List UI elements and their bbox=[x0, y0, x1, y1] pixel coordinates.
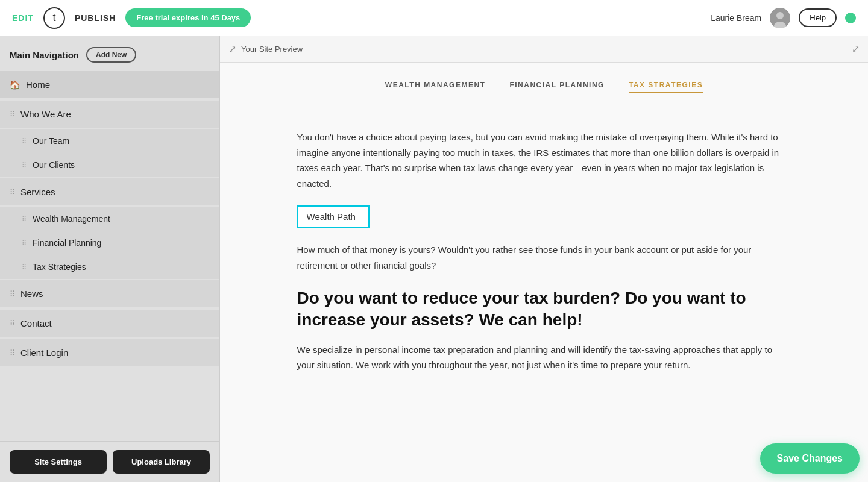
sidebar-item-financial-planning-label: Financial Planning bbox=[33, 238, 101, 248]
top-bar-left: EDIT t PUBLISH Free trial expires in 45 … bbox=[12, 7, 251, 29]
notification-dot bbox=[845, 13, 856, 23]
sidebar-footer: Site Settings Uploads Library bbox=[0, 441, 219, 482]
site-nav-item-financial[interactable]: FINANCIAL PLANNING bbox=[509, 81, 604, 93]
preview-bar: ⤢ Your Site Preview ⤢ bbox=[220, 36, 868, 63]
site-nav: WEALTH MANAGEMENT FINANCIAL PLANNING TAX… bbox=[256, 81, 832, 111]
sidebar-title: Main Navigation bbox=[10, 50, 79, 60]
preview-label: Your Site Preview bbox=[241, 45, 303, 54]
drag-icon: ⠿ bbox=[10, 110, 14, 119]
sidebar-item-tax-strategies[interactable]: ⠿ Tax Strategies bbox=[0, 255, 219, 279]
content-paragraph-3: We specialize in personal income tax pre… bbox=[297, 342, 791, 373]
sidebar-item-who-we-are-label: Who We Are bbox=[20, 109, 71, 119]
sidebar-item-our-clients[interactable]: ⠿ Our Clients bbox=[0, 153, 219, 177]
sidebar-item-home[interactable]: 🏠 Home bbox=[0, 71, 219, 98]
top-bar: EDIT t PUBLISH Free trial expires in 45 … bbox=[0, 0, 868, 36]
publish-label[interactable]: PUBLISH bbox=[75, 13, 116, 23]
preview-area: ⤢ Your Site Preview ⤢ WEALTH MANAGEMENT … bbox=[220, 36, 868, 482]
sidebar-header: Main Navigation Add New bbox=[0, 36, 219, 70]
content-heading: Do you want to reduce your tax burden? D… bbox=[297, 287, 791, 331]
svg-point-1 bbox=[776, 12, 784, 19]
sidebar: Main Navigation Add New 🏠 Home ⠿ Who We … bbox=[0, 36, 220, 482]
sidebar-item-services-label: Services bbox=[20, 187, 55, 197]
sidebar-item-client-login-label: Client Login bbox=[20, 348, 68, 358]
drag-icon: ⠿ bbox=[22, 263, 27, 271]
sidebar-item-services[interactable]: ⠿ Services bbox=[0, 178, 219, 205]
sidebar-item-our-clients-label: Our Clients bbox=[33, 160, 75, 170]
sidebar-item-news-label: News bbox=[20, 289, 43, 299]
sidebar-item-wealth-management-label: Wealth Management bbox=[33, 214, 110, 224]
sidebar-item-wealth-management[interactable]: ⠿ Wealth Management bbox=[0, 207, 219, 231]
preview-arrows-icon: ⤢ bbox=[228, 43, 236, 55]
site-nav-item-wealth[interactable]: WEALTH MANAGEMENT bbox=[385, 81, 486, 93]
sidebar-item-our-team[interactable]: ⠿ Our Team bbox=[0, 129, 219, 153]
drag-icon: ⠿ bbox=[22, 137, 27, 145]
sidebar-item-contact[interactable]: ⠿ Contact bbox=[0, 310, 219, 337]
drag-icon: ⠿ bbox=[22, 215, 27, 223]
inline-edit-box[interactable]: Wealth Path bbox=[297, 205, 370, 228]
content-body: You don't have a choice about paying tax… bbox=[297, 130, 791, 373]
sidebar-item-home-label: Home bbox=[26, 80, 50, 90]
drag-icon: ⠿ bbox=[22, 239, 27, 247]
add-new-button[interactable]: Add New bbox=[86, 47, 136, 63]
drag-icon: ⠿ bbox=[10, 349, 14, 357]
sidebar-item-news[interactable]: ⠿ News bbox=[0, 280, 219, 307]
sidebar-item-contact-label: Contact bbox=[20, 318, 52, 328]
home-icon: 🏠 bbox=[10, 80, 20, 90]
uploads-library-button[interactable]: Uploads Library bbox=[113, 450, 210, 474]
sidebar-item-our-team-label: Our Team bbox=[33, 136, 69, 146]
site-settings-button[interactable]: Site Settings bbox=[10, 450, 107, 474]
drag-icon: ⠿ bbox=[10, 290, 14, 298]
drag-icon: ⠿ bbox=[22, 161, 27, 169]
user-name: Laurie Bream bbox=[711, 13, 761, 23]
sidebar-item-who-we-are[interactable]: ⠿ Who We Are bbox=[0, 101, 219, 128]
content-paragraph-1: You don't have a choice about paying tax… bbox=[297, 130, 791, 191]
top-bar-right: Laurie Bream Help bbox=[711, 8, 856, 28]
drag-icon: ⠿ bbox=[10, 188, 14, 196]
content-paragraph-2: How much of that money is yours? Wouldn'… bbox=[297, 242, 791, 273]
expand-icon[interactable]: ⤢ bbox=[852, 43, 860, 55]
avatar bbox=[770, 8, 790, 28]
help-button[interactable]: Help bbox=[799, 8, 837, 27]
site-nav-item-tax[interactable]: TAX STRATEGIES bbox=[629, 81, 703, 93]
edit-label[interactable]: EDIT bbox=[12, 13, 34, 23]
trial-badge: Free trial expires in 45 Days bbox=[125, 8, 251, 27]
main-layout: Main Navigation Add New 🏠 Home ⠿ Who We … bbox=[0, 36, 868, 482]
save-changes-button[interactable]: Save Changes bbox=[760, 443, 860, 474]
sidebar-item-client-login[interactable]: ⠿ Client Login bbox=[0, 339, 219, 366]
sidebar-item-tax-strategies-label: Tax Strategies bbox=[33, 262, 86, 272]
preview-content: WEALTH MANAGEMENT FINANCIAL PLANNING TAX… bbox=[220, 63, 868, 482]
drag-icon: ⠿ bbox=[10, 319, 14, 328]
sidebar-item-financial-planning[interactable]: ⠿ Financial Planning bbox=[0, 231, 219, 255]
logo-icon: t bbox=[43, 7, 65, 29]
